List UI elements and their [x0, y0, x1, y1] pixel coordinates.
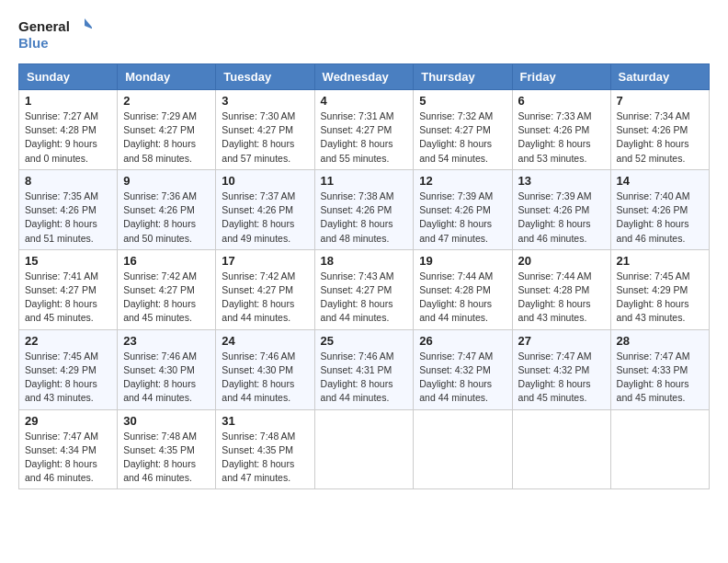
weekday-header-wednesday: Wednesday: [314, 64, 414, 90]
day-info: Sunrise: 7:46 AM Sunset: 4:30 PM Dayligh…: [123, 350, 197, 404]
day-number: 19: [419, 254, 506, 268]
day-number: 8: [25, 174, 111, 188]
calendar-cell: 3 Sunrise: 7:30 AM Sunset: 4:27 PM Dayli…: [216, 90, 314, 170]
calendar-cell: 11 Sunrise: 7:38 AM Sunset: 4:26 PM Dayl…: [314, 169, 414, 249]
calendar-cell: 5 Sunrise: 7:32 AM Sunset: 4:27 PM Dayli…: [414, 90, 512, 170]
day-info: Sunrise: 7:31 AM Sunset: 4:27 PM Dayligh…: [321, 110, 394, 164]
day-number: 31: [222, 414, 308, 428]
calendar-cell: 4 Sunrise: 7:31 AM Sunset: 4:27 PM Dayli…: [314, 90, 414, 170]
day-number: 3: [222, 94, 308, 108]
day-info: Sunrise: 7:47 AM Sunset: 4:32 PM Dayligh…: [419, 350, 493, 404]
day-number: 21: [617, 254, 703, 268]
day-info: Sunrise: 7:46 AM Sunset: 4:31 PM Dayligh…: [321, 350, 394, 404]
day-info: Sunrise: 7:47 AM Sunset: 4:34 PM Dayligh…: [25, 431, 98, 484]
svg-text:General: General: [18, 18, 70, 34]
day-number: 17: [222, 254, 308, 268]
calendar-table: SundayMondayTuesdayWednesdayThursdayFrid…: [18, 63, 710, 489]
day-info: Sunrise: 7:48 AM Sunset: 4:35 PM Dayligh…: [222, 431, 295, 484]
day-number: 22: [25, 334, 111, 348]
day-info: Sunrise: 7:37 AM Sunset: 4:26 PM Dayligh…: [222, 190, 295, 244]
day-info: Sunrise: 7:44 AM Sunset: 4:28 PM Dayligh…: [419, 270, 493, 324]
calendar-week-5: 29 Sunrise: 7:47 AM Sunset: 4:34 PM Dayl…: [19, 409, 710, 489]
calendar-cell: 28 Sunrise: 7:47 AM Sunset: 4:33 PM Dayl…: [610, 329, 709, 409]
day-number: 25: [321, 334, 408, 348]
calendar-cell: 20 Sunrise: 7:44 AM Sunset: 4:28 PM Dayl…: [512, 249, 610, 329]
weekday-header-saturday: Saturday: [610, 64, 709, 90]
day-info: Sunrise: 7:33 AM Sunset: 4:26 PM Dayligh…: [518, 110, 592, 164]
day-info: Sunrise: 7:47 AM Sunset: 4:33 PM Dayligh…: [617, 350, 690, 404]
day-info: Sunrise: 7:45 AM Sunset: 4:29 PM Dayligh…: [25, 350, 98, 404]
day-number: 26: [419, 334, 506, 348]
calendar-cell: 1 Sunrise: 7:27 AM Sunset: 4:28 PM Dayli…: [19, 90, 118, 170]
day-info: Sunrise: 7:40 AM Sunset: 4:26 PM Dayligh…: [617, 190, 690, 244]
weekday-header-tuesday: Tuesday: [216, 64, 314, 90]
day-info: Sunrise: 7:46 AM Sunset: 4:30 PM Dayligh…: [222, 350, 295, 404]
day-info: Sunrise: 7:29 AM Sunset: 4:27 PM Dayligh…: [123, 110, 197, 164]
weekday-header-thursday: Thursday: [414, 64, 512, 90]
day-number: 28: [617, 334, 703, 348]
day-number: 5: [419, 94, 506, 108]
calendar-cell: 25 Sunrise: 7:46 AM Sunset: 4:31 PM Dayl…: [314, 329, 414, 409]
calendar-cell: [610, 409, 709, 489]
day-number: 9: [123, 174, 210, 188]
day-number: 20: [518, 254, 605, 268]
calendar-cell: [414, 409, 512, 489]
day-info: Sunrise: 7:42 AM Sunset: 4:27 PM Dayligh…: [222, 270, 295, 324]
calendar-cell: 26 Sunrise: 7:47 AM Sunset: 4:32 PM Dayl…: [414, 329, 512, 409]
calendar-cell: 30 Sunrise: 7:48 AM Sunset: 4:35 PM Dayl…: [118, 409, 216, 489]
calendar-week-2: 8 Sunrise: 7:35 AM Sunset: 4:26 PM Dayli…: [19, 169, 710, 249]
day-info: Sunrise: 7:39 AM Sunset: 4:26 PM Dayligh…: [518, 190, 592, 244]
weekday-header-monday: Monday: [118, 64, 216, 90]
day-info: Sunrise: 7:44 AM Sunset: 4:28 PM Dayligh…: [518, 270, 592, 324]
calendar-cell: 12 Sunrise: 7:39 AM Sunset: 4:26 PM Dayl…: [414, 169, 512, 249]
calendar-cell: 7 Sunrise: 7:34 AM Sunset: 4:26 PM Dayli…: [610, 90, 709, 170]
calendar-cell: 31 Sunrise: 7:48 AM Sunset: 4:35 PM Dayl…: [216, 409, 314, 489]
day-number: 29: [25, 414, 111, 428]
calendar-cell: 8 Sunrise: 7:35 AM Sunset: 4:26 PM Dayli…: [19, 169, 118, 249]
calendar-cell: 18 Sunrise: 7:43 AM Sunset: 4:27 PM Dayl…: [314, 249, 414, 329]
day-number: 1: [25, 94, 111, 108]
day-number: 14: [617, 174, 703, 188]
day-info: Sunrise: 7:38 AM Sunset: 4:26 PM Dayligh…: [321, 190, 394, 244]
calendar-cell: 9 Sunrise: 7:36 AM Sunset: 4:26 PM Dayli…: [118, 169, 216, 249]
calendar-cell: 6 Sunrise: 7:33 AM Sunset: 4:26 PM Dayli…: [512, 90, 610, 170]
day-info: Sunrise: 7:48 AM Sunset: 4:35 PM Dayligh…: [123, 431, 197, 484]
day-number: 23: [123, 334, 210, 348]
day-info: Sunrise: 7:34 AM Sunset: 4:26 PM Dayligh…: [617, 110, 690, 164]
day-number: 18: [321, 254, 408, 268]
day-number: 30: [123, 414, 210, 428]
day-number: 7: [617, 94, 703, 108]
day-number: 12: [419, 174, 506, 188]
weekday-header-sunday: Sunday: [19, 64, 118, 90]
calendar-cell: 10 Sunrise: 7:37 AM Sunset: 4:26 PM Dayl…: [216, 169, 314, 249]
svg-text:Blue: Blue: [18, 35, 49, 51]
day-number: 15: [25, 254, 111, 268]
calendar-cell: 22 Sunrise: 7:45 AM Sunset: 4:29 PM Dayl…: [19, 329, 118, 409]
day-info: Sunrise: 7:27 AM Sunset: 4:28 PM Dayligh…: [25, 110, 98, 164]
calendar-week-1: 1 Sunrise: 7:27 AM Sunset: 4:28 PM Dayli…: [19, 90, 710, 170]
calendar-cell: 27 Sunrise: 7:47 AM Sunset: 4:32 PM Dayl…: [512, 329, 610, 409]
calendar-cell: 14 Sunrise: 7:40 AM Sunset: 4:26 PM Dayl…: [610, 169, 709, 249]
day-info: Sunrise: 7:30 AM Sunset: 4:27 PM Dayligh…: [222, 110, 295, 164]
weekday-header-friday: Friday: [512, 64, 610, 90]
day-info: Sunrise: 7:36 AM Sunset: 4:26 PM Dayligh…: [123, 190, 197, 244]
calendar-cell: 19 Sunrise: 7:44 AM Sunset: 4:28 PM Dayl…: [414, 249, 512, 329]
day-info: Sunrise: 7:45 AM Sunset: 4:29 PM Dayligh…: [617, 270, 690, 324]
day-info: Sunrise: 7:41 AM Sunset: 4:27 PM Dayligh…: [25, 270, 98, 324]
day-info: Sunrise: 7:42 AM Sunset: 4:27 PM Dayligh…: [123, 270, 197, 324]
calendar-cell: 29 Sunrise: 7:47 AM Sunset: 4:34 PM Dayl…: [19, 409, 118, 489]
calendar-cell: [512, 409, 610, 489]
calendar-week-4: 22 Sunrise: 7:45 AM Sunset: 4:29 PM Dayl…: [19, 329, 710, 409]
day-number: 10: [222, 174, 308, 188]
calendar-cell: 17 Sunrise: 7:42 AM Sunset: 4:27 PM Dayl…: [216, 249, 314, 329]
day-info: Sunrise: 7:43 AM Sunset: 4:27 PM Dayligh…: [321, 270, 394, 324]
svg-marker-2: [85, 18, 92, 29]
calendar-cell: 24 Sunrise: 7:46 AM Sunset: 4:30 PM Dayl…: [216, 329, 314, 409]
calendar-cell: 13 Sunrise: 7:39 AM Sunset: 4:26 PM Dayl…: [512, 169, 610, 249]
page-header: General Blue: [18, 15, 710, 56]
calendar-cell: 23 Sunrise: 7:46 AM Sunset: 4:30 PM Dayl…: [118, 329, 216, 409]
day-info: Sunrise: 7:35 AM Sunset: 4:26 PM Dayligh…: [25, 190, 98, 244]
day-info: Sunrise: 7:32 AM Sunset: 4:27 PM Dayligh…: [419, 110, 493, 164]
day-number: 13: [518, 174, 605, 188]
day-info: Sunrise: 7:39 AM Sunset: 4:26 PM Dayligh…: [419, 190, 493, 244]
